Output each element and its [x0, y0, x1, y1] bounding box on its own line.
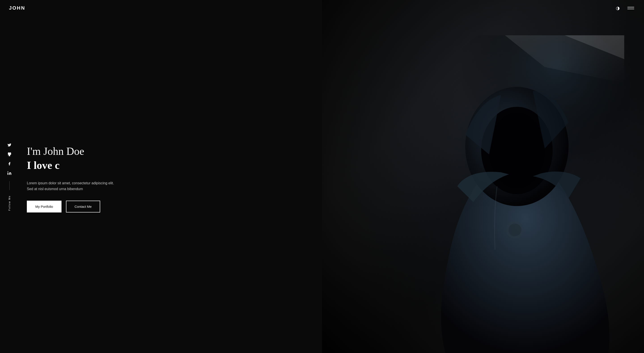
hamburger-menu-button[interactable]	[626, 6, 635, 10]
right-panel	[322, 0, 644, 353]
hero-tagline: I love c	[27, 159, 322, 171]
portfolio-button[interactable]: My Portfolio	[27, 201, 62, 212]
svg-point-0	[8, 171, 8, 172]
header-right: ◑	[614, 4, 635, 12]
github-icon[interactable]	[7, 152, 12, 157]
hero-buttons: My Portfolio Contact Me	[27, 201, 322, 212]
site-logo: JOHN	[9, 5, 25, 11]
hooded-figure	[420, 35, 630, 353]
linkedin-icon[interactable]	[7, 170, 12, 176]
hero-name: I'm John Doe	[27, 145, 322, 157]
svg-point-8	[508, 224, 521, 236]
facebook-icon[interactable]	[7, 161, 12, 166]
social-sidebar: Follow Me	[7, 142, 12, 211]
hamburger-line-2	[628, 9, 634, 9]
page-wrapper: Follow Me I'm John Doe I love c Lorem ip…	[0, 0, 644, 353]
theme-toggle-button[interactable]: ◑	[614, 4, 621, 12]
site-header: JOHN ◑	[0, 0, 644, 16]
hamburger-line-1	[628, 7, 634, 7]
twitter-icon[interactable]	[7, 142, 12, 148]
hero-description: Lorem ipsum dolor sit amet, consectetur …	[27, 180, 121, 192]
left-panel: Follow Me I'm John Doe I love c Lorem ip…	[0, 0, 322, 353]
hero-content: I'm John Doe I love c Lorem ipsum dolor …	[27, 145, 322, 212]
hero-image	[322, 0, 644, 353]
follow-label: Follow Me	[8, 196, 11, 211]
contact-button[interactable]: Contact Me	[66, 201, 100, 212]
